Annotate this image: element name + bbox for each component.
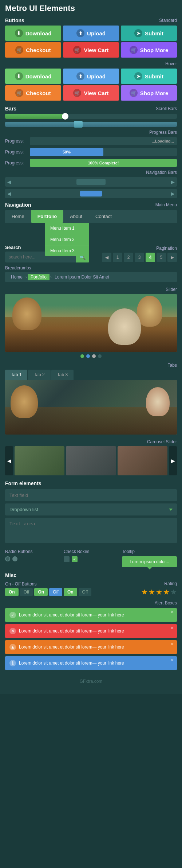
carousel-next[interactable]: ▶ — [169, 446, 177, 475]
star-5[interactable]: ★ — [170, 588, 177, 596]
star-1[interactable]: ★ — [141, 588, 148, 596]
star-2[interactable]: ★ — [149, 588, 155, 596]
slider-dot-4[interactable] — [98, 354, 102, 358]
bc-home[interactable]: Home — [9, 274, 25, 280]
tabs-section: Tabs Tab 1 Tab 2 Tab 3 — [5, 362, 177, 435]
shopmore-icon: 🛒 — [130, 46, 138, 54]
toggle-on-3[interactable]: On — [64, 588, 77, 596]
check-label: Check Boxes — [64, 549, 119, 554]
dropdown-item-3[interactable]: Menu Item 3 — [45, 245, 89, 256]
toggle-on-2[interactable]: On — [34, 588, 48, 596]
bc-portfolio[interactable]: Portfolio — [28, 274, 50, 280]
upload-button-hover[interactable]: ⬆ Upload — [63, 69, 119, 84]
slider-dot-2[interactable] — [86, 354, 90, 358]
pagination-bar: ◀ 1 2 3 4 5 ▶ — [93, 253, 177, 262]
alert-blue-close[interactable]: ✕ — [170, 658, 174, 663]
viewcart-icon: 🛒 — [73, 46, 81, 54]
submit-hover-icon: ➤ — [134, 72, 142, 80]
page-5[interactable]: 5 — [157, 253, 166, 262]
checkout-button-std[interactable]: 🛒 Checkout — [5, 42, 61, 58]
upload-button-std[interactable]: ⬆ Upload — [63, 26, 119, 41]
checkout-hover-icon: 🛒 — [15, 89, 23, 97]
watermark-text: GFxtra.com — [80, 679, 103, 684]
upload-label: Upload — [87, 30, 106, 36]
tab-content-area — [5, 380, 177, 435]
tab-2[interactable]: Tab 2 — [28, 370, 50, 380]
text-area[interactable] — [5, 518, 177, 543]
star-3[interactable]: ★ — [156, 588, 162, 596]
text-field[interactable] — [5, 489, 177, 501]
page-prev[interactable]: ◀ — [102, 253, 111, 262]
standard-buttons-row2: 🛒 Checkout 🛒 View Cart 🛒 Shop More — [5, 42, 177, 58]
pagination-label: Pagination — [156, 246, 177, 251]
progress-label-1: Progress: — [5, 139, 27, 144]
alert-blue-link[interactable]: your link here — [98, 661, 124, 666]
shopmore-button-std[interactable]: 🛒 Shop More — [121, 42, 177, 58]
toggle-on-1[interactable]: On — [5, 588, 19, 596]
upload-hover-icon: ⬆ — [76, 72, 84, 80]
nav-item-home[interactable]: Home — [5, 210, 31, 223]
nav-right-arrow-1[interactable]: ▶ — [171, 179, 175, 185]
misc-section: Misc On - Off Buttons On Off On Off On O… — [5, 572, 177, 670]
shopmore-button-hover[interactable]: 🛒 Shop More — [121, 85, 177, 101]
toggle-off-3[interactable]: Off — [79, 588, 92, 596]
nav-left-arrow-1[interactable]: ◀ — [7, 179, 11, 185]
tab-1[interactable]: Tab 1 — [5, 370, 27, 380]
alert-orange-link[interactable]: your link here — [98, 645, 124, 650]
slider-dot-3[interactable] — [92, 354, 96, 358]
alert-green-link[interactable]: your link here — [98, 612, 124, 618]
tab-3[interactable]: Tab 3 — [51, 370, 74, 380]
nav-item-portfolio[interactable]: Portfolio — [31, 210, 63, 223]
standard-buttons-row1: ⬇ Download ⬆ Upload ➤ Submit — [5, 26, 177, 41]
alert-green-close[interactable]: ✕ — [170, 610, 174, 615]
checkbox-2[interactable]: ✓ — [72, 556, 78, 562]
nav-left-arrow-2[interactable]: ◀ — [7, 191, 11, 196]
page-2[interactable]: 2 — [124, 253, 133, 262]
slider-image[interactable] — [5, 294, 177, 352]
scroll-thumb-2[interactable] — [74, 121, 83, 128]
nav-bar-2: ◀ ▶ — [5, 189, 177, 198]
scroll-bar-2[interactable] — [5, 122, 177, 127]
page-next[interactable]: ▶ — [167, 253, 177, 262]
dropdown-list[interactable]: Dropdown list Option 1 Option 2 — [5, 503, 177, 515]
checkbox-1[interactable] — [64, 556, 70, 562]
dropdown-item-1[interactable]: Menu Item 1 — [45, 223, 89, 234]
toggle-off-2[interactable]: Off — [49, 588, 62, 596]
checkout-button-hover[interactable]: 🛒 Checkout — [5, 85, 61, 101]
slider-dot-1[interactable] — [80, 354, 84, 358]
scroll-bar-1[interactable] — [5, 114, 177, 119]
submit-button-hover[interactable]: ➤ Submit — [121, 69, 177, 84]
progress-fill-loading: ...Loading... — [30, 137, 177, 145]
form-label: Form elements — [5, 480, 41, 486]
progress-label-3: Progress: — [5, 160, 27, 166]
alert-orange: ▲ Lorem dolor sit amet et dolor sit lore… — [5, 640, 177, 654]
bc-sep-2: › — [50, 275, 52, 280]
alert-red-close[interactable]: ✕ — [170, 626, 174, 631]
carousel-prev[interactable]: ◀ — [5, 446, 13, 475]
nav-item-about[interactable]: About — [63, 210, 89, 223]
toggle-off-1[interactable]: Off — [20, 588, 33, 596]
viewcart-button-std[interactable]: 🛒 View Cart — [63, 42, 119, 58]
progress-bars-container: Progress: ...Loading... Progress: 50% Pr… — [5, 137, 177, 167]
page-4[interactable]: 4 — [146, 253, 155, 262]
tooltip-button[interactable]: Lorem ipsum dolor... — [122, 556, 177, 567]
radio-1[interactable] — [5, 556, 10, 561]
page-1[interactable]: 1 — [113, 253, 122, 262]
check-boxes: ✓ — [64, 556, 119, 562]
alert-orange-text: Lorem dolor sit amet et dolor sit lorem—… — [19, 645, 173, 650]
alert-red-link[interactable]: your link here — [98, 628, 124, 634]
star-4[interactable]: ★ — [163, 588, 170, 596]
alert-orange-close[interactable]: ✕ — [170, 642, 174, 647]
dropdown-item-2[interactable]: Menu Item 2 — [45, 234, 89, 245]
nav-right-arrow-2[interactable]: ▶ — [171, 191, 175, 196]
page-3[interactable]: 3 — [135, 253, 144, 262]
nav-bars-label: Navigation Bars — [146, 170, 177, 175]
scroll-thumb-1[interactable] — [62, 113, 68, 120]
rating-section: Rating ★ ★ ★ ★ ★ — [141, 581, 177, 596]
nav-item-contact[interactable]: Contact — [89, 210, 118, 223]
download-button-std[interactable]: ⬇ Download — [5, 26, 61, 41]
viewcart-button-hover[interactable]: 🛒 View Cart — [63, 85, 119, 101]
radio-2[interactable] — [12, 556, 17, 561]
download-button-hover[interactable]: ⬇ Download — [5, 69, 61, 84]
submit-button-std[interactable]: ➤ Submit — [121, 26, 177, 41]
